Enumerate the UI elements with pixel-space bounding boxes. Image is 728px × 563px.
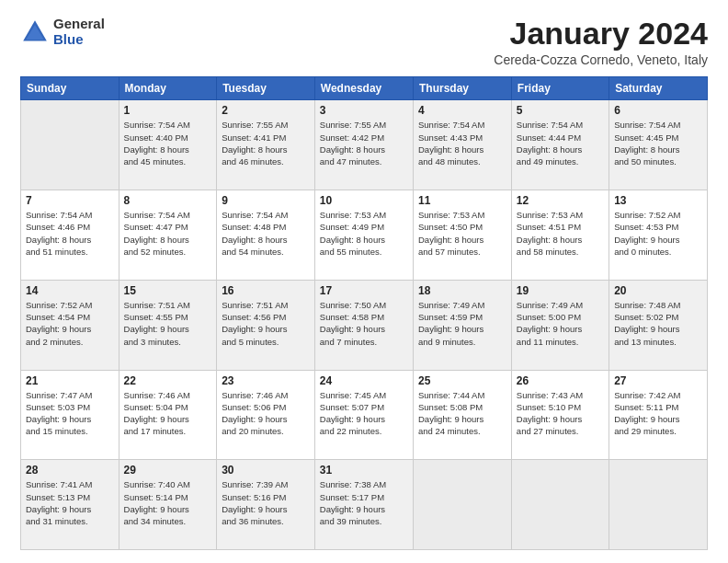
calendar-cell: 31Sunrise: 7:38 AM Sunset: 5:17 PM Dayli…	[314, 460, 413, 550]
calendar-week-row: 1Sunrise: 7:54 AM Sunset: 4:40 PM Daylig…	[21, 100, 708, 190]
calendar-cell: 25Sunrise: 7:44 AM Sunset: 5:08 PM Dayli…	[414, 370, 512, 460]
day-info: Sunrise: 7:55 AM Sunset: 4:42 PM Dayligh…	[320, 119, 408, 167]
day-number: 5	[517, 104, 604, 117]
day-info: Sunrise: 7:54 AM Sunset: 4:40 PM Dayligh…	[124, 119, 212, 167]
logo-icon	[20, 17, 50, 47]
calendar-cell: 22Sunrise: 7:46 AM Sunset: 5:04 PM Dayli…	[119, 370, 217, 460]
calendar-cell: 8Sunrise: 7:54 AM Sunset: 4:47 PM Daylig…	[119, 190, 217, 281]
day-number: 7	[26, 194, 114, 207]
day-info: Sunrise: 7:47 AM Sunset: 5:03 PM Dayligh…	[26, 389, 114, 438]
day-info: Sunrise: 7:51 AM Sunset: 4:56 PM Dayligh…	[222, 299, 310, 348]
logo-text: General Blue	[53, 17, 105, 47]
calendar-week-row: 7Sunrise: 7:54 AM Sunset: 4:46 PM Daylig…	[21, 190, 708, 281]
calendar-cell: 13Sunrise: 7:52 AM Sunset: 4:53 PM Dayli…	[609, 190, 708, 281]
calendar-cell: 28Sunrise: 7:41 AM Sunset: 5:13 PM Dayli…	[21, 460, 119, 550]
day-number: 12	[517, 194, 604, 207]
calendar-cell: 11Sunrise: 7:53 AM Sunset: 4:50 PM Dayli…	[414, 190, 512, 281]
day-info: Sunrise: 7:53 AM Sunset: 4:51 PM Dayligh…	[517, 209, 604, 258]
day-number: 24	[320, 374, 408, 387]
calendar-cell: 9Sunrise: 7:54 AM Sunset: 4:48 PM Daylig…	[217, 190, 315, 281]
day-number: 3	[320, 104, 408, 117]
calendar-cell: 27Sunrise: 7:42 AM Sunset: 5:11 PM Dayli…	[609, 370, 708, 460]
day-number: 23	[222, 374, 310, 387]
day-number: 4	[418, 104, 506, 117]
day-number: 19	[517, 284, 604, 297]
day-info: Sunrise: 7:49 AM Sunset: 4:59 PM Dayligh…	[418, 299, 506, 348]
calendar-cell: 23Sunrise: 7:46 AM Sunset: 5:06 PM Dayli…	[217, 370, 315, 460]
day-info: Sunrise: 7:41 AM Sunset: 5:13 PM Dayligh…	[26, 478, 114, 527]
page: General Blue January 2024 Cereda-Cozza C…	[0, 0, 728, 563]
day-info: Sunrise: 7:54 AM Sunset: 4:44 PM Dayligh…	[517, 119, 604, 167]
calendar-cell: 7Sunrise: 7:54 AM Sunset: 4:46 PM Daylig…	[21, 190, 119, 281]
day-info: Sunrise: 7:46 AM Sunset: 5:04 PM Dayligh…	[124, 389, 212, 438]
day-number: 15	[124, 284, 212, 297]
day-info: Sunrise: 7:40 AM Sunset: 5:14 PM Dayligh…	[124, 478, 212, 527]
day-number: 2	[222, 104, 310, 117]
day-info: Sunrise: 7:45 AM Sunset: 5:07 PM Dayligh…	[320, 389, 408, 438]
day-info: Sunrise: 7:46 AM Sunset: 5:06 PM Dayligh…	[222, 389, 310, 438]
logo-blue-text: Blue	[53, 32, 105, 48]
day-number: 9	[222, 194, 310, 207]
calendar-cell: 14Sunrise: 7:52 AM Sunset: 4:54 PM Dayli…	[21, 280, 119, 370]
day-number: 27	[614, 374, 702, 387]
day-number: 1	[124, 104, 212, 117]
calendar-cell: 24Sunrise: 7:45 AM Sunset: 5:07 PM Dayli…	[314, 370, 413, 460]
day-number: 31	[320, 464, 408, 477]
day-number: 10	[320, 194, 408, 207]
day-number: 26	[517, 374, 604, 387]
calendar-week-row: 14Sunrise: 7:52 AM Sunset: 4:54 PM Dayli…	[21, 280, 708, 370]
day-number: 28	[26, 464, 114, 477]
calendar-week-row: 28Sunrise: 7:41 AM Sunset: 5:13 PM Dayli…	[21, 460, 708, 550]
day-number: 13	[614, 194, 702, 207]
month-title: January 2024	[494, 17, 708, 51]
calendar-cell: 3Sunrise: 7:55 AM Sunset: 4:42 PM Daylig…	[314, 100, 413, 190]
calendar-cell	[609, 460, 708, 550]
calendar-cell: 18Sunrise: 7:49 AM Sunset: 4:59 PM Dayli…	[414, 280, 512, 370]
day-info: Sunrise: 7:44 AM Sunset: 5:08 PM Dayligh…	[418, 389, 506, 438]
day-number: 30	[222, 464, 310, 477]
calendar-header-row: SundayMondayTuesdayWednesdayThursdayFrid…	[21, 77, 708, 100]
calendar-cell: 12Sunrise: 7:53 AM Sunset: 4:51 PM Dayli…	[511, 190, 609, 281]
day-number: 29	[124, 464, 212, 477]
day-number: 21	[26, 374, 114, 387]
calendar-cell: 29Sunrise: 7:40 AM Sunset: 5:14 PM Dayli…	[119, 460, 217, 550]
location-title: Cereda-Cozza Cornedo, Veneto, Italy	[494, 52, 708, 67]
calendar-cell	[511, 460, 609, 550]
day-number: 11	[418, 194, 506, 207]
day-info: Sunrise: 7:50 AM Sunset: 4:58 PM Dayligh…	[320, 299, 408, 348]
calendar-cell: 16Sunrise: 7:51 AM Sunset: 4:56 PM Dayli…	[217, 280, 315, 370]
weekday-header: Sunday	[21, 77, 119, 100]
day-info: Sunrise: 7:39 AM Sunset: 5:16 PM Dayligh…	[222, 478, 310, 527]
calendar-cell: 1Sunrise: 7:54 AM Sunset: 4:40 PM Daylig…	[119, 100, 217, 190]
day-info: Sunrise: 7:53 AM Sunset: 4:50 PM Dayligh…	[418, 209, 506, 258]
day-info: Sunrise: 7:49 AM Sunset: 5:00 PM Dayligh…	[517, 299, 604, 348]
day-info: Sunrise: 7:43 AM Sunset: 5:10 PM Dayligh…	[517, 389, 604, 438]
calendar-cell: 4Sunrise: 7:54 AM Sunset: 4:43 PM Daylig…	[414, 100, 512, 190]
calendar-table: SundayMondayTuesdayWednesdayThursdayFrid…	[20, 76, 708, 550]
calendar-cell	[21, 100, 119, 190]
day-info: Sunrise: 7:54 AM Sunset: 4:46 PM Dayligh…	[26, 209, 114, 258]
calendar-cell: 26Sunrise: 7:43 AM Sunset: 5:10 PM Dayli…	[511, 370, 609, 460]
title-block: January 2024 Cereda-Cozza Cornedo, Venet…	[494, 17, 708, 67]
day-number: 18	[418, 284, 506, 297]
weekday-header: Saturday	[609, 77, 708, 100]
calendar-cell: 19Sunrise: 7:49 AM Sunset: 5:00 PM Dayli…	[511, 280, 609, 370]
day-number: 17	[320, 284, 408, 297]
day-info: Sunrise: 7:42 AM Sunset: 5:11 PM Dayligh…	[614, 389, 702, 438]
day-number: 16	[222, 284, 310, 297]
weekday-header: Tuesday	[217, 77, 315, 100]
day-info: Sunrise: 7:55 AM Sunset: 4:41 PM Dayligh…	[222, 119, 310, 167]
day-number: 20	[614, 284, 702, 297]
weekday-header: Friday	[511, 77, 609, 100]
day-number: 6	[614, 104, 702, 117]
calendar-cell: 15Sunrise: 7:51 AM Sunset: 4:55 PM Dayli…	[119, 280, 217, 370]
day-info: Sunrise: 7:53 AM Sunset: 4:49 PM Dayligh…	[320, 209, 408, 258]
calendar-cell: 20Sunrise: 7:48 AM Sunset: 5:02 PM Dayli…	[609, 280, 708, 370]
day-info: Sunrise: 7:54 AM Sunset: 4:43 PM Dayligh…	[418, 119, 506, 167]
calendar-cell	[414, 460, 512, 550]
day-info: Sunrise: 7:52 AM Sunset: 4:53 PM Dayligh…	[614, 209, 702, 258]
day-info: Sunrise: 7:48 AM Sunset: 5:02 PM Dayligh…	[614, 299, 702, 348]
day-number: 25	[418, 374, 506, 387]
calendar-week-row: 21Sunrise: 7:47 AM Sunset: 5:03 PM Dayli…	[21, 370, 708, 460]
calendar-cell: 5Sunrise: 7:54 AM Sunset: 4:44 PM Daylig…	[511, 100, 609, 190]
